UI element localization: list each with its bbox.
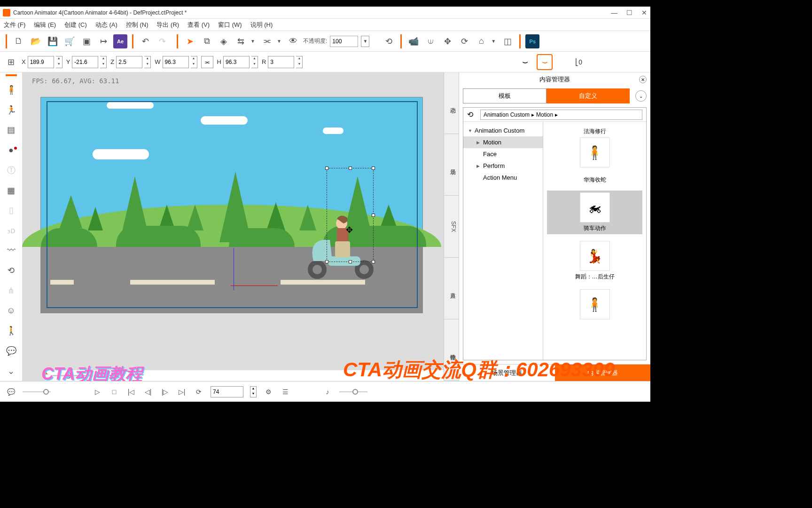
menu-file[interactable]: 文件 (F) (4, 21, 25, 29)
paint-icon[interactable]: ◈ (217, 34, 231, 48)
x-spinner[interactable]: ▲▼ (56, 56, 62, 68)
menu-view[interactable]: 查看 (V) (187, 21, 210, 29)
thumb-item[interactable]: 🧍 (547, 287, 642, 321)
columns-icon[interactable]: ◫ (500, 34, 515, 48)
talk-tool-icon[interactable]: 💬 (5, 345, 18, 357)
pointer-icon[interactable]: ➤ (183, 34, 197, 48)
h-input[interactable] (223, 56, 250, 68)
volume-slider[interactable] (339, 391, 367, 392)
y-spinner[interactable]: ▲▼ (100, 56, 107, 68)
flip-h-icon[interactable]: ⇆ (234, 34, 248, 48)
stage[interactable]: ✥ (40, 97, 423, 313)
menu-window[interactable]: 窗口 (W) (218, 21, 242, 29)
r-input[interactable] (268, 56, 294, 68)
redo-icon[interactable]: ↷ (155, 34, 169, 48)
camera-tool-icon[interactable]: ▯ (5, 204, 18, 217)
walk-tool-icon[interactable]: 🚶 (5, 325, 18, 337)
y-input[interactable] (72, 56, 98, 68)
flip-tool-icon[interactable]: ⟲ (5, 264, 18, 277)
character-tool-icon[interactable]: 🧍 (5, 84, 18, 96)
copy-icon[interactable]: ⧉ (200, 34, 214, 48)
media-tool-icon[interactable]: ▦ (5, 184, 18, 197)
selection-box[interactable]: ✥ (327, 168, 374, 262)
ps-export-button[interactable]: Ps (525, 34, 539, 48)
ae-export-button[interactable]: Ae (113, 34, 127, 48)
move-icon[interactable]: ✥ (440, 34, 454, 48)
breadcrumb-1[interactable]: Animation Custom (484, 111, 530, 118)
minimize-button[interactable]: — (611, 9, 617, 16)
face-mode-2[interactable]: ⌣ (537, 54, 553, 70)
r-spinner[interactable]: ▲▼ (296, 56, 303, 68)
render-icon[interactable]: ▣ (79, 34, 94, 48)
h-spinner[interactable]: ▲▼ (251, 56, 258, 68)
anchor-icon[interactable]: ⟒ (423, 34, 437, 48)
frame-input[interactable] (211, 386, 243, 397)
breadcrumb-2[interactable]: Motion (536, 111, 553, 118)
frame-spinner[interactable]: ▲▼ (250, 386, 257, 397)
new-file-icon[interactable]: 🗋 (12, 34, 26, 48)
settings-icon[interactable]: ⚙ (263, 387, 273, 397)
tree-root[interactable]: ▼Animation Custom (463, 125, 543, 136)
close-panel-icon[interactable]: ✕ (639, 76, 647, 83)
bone-tool-icon[interactable]: ⋔ (5, 285, 18, 297)
head-tool-icon[interactable]: ☺ (5, 304, 18, 317)
dropdown-icon[interactable]: ▼ (491, 39, 498, 44)
layers-tool-icon[interactable]: ▤ (5, 124, 18, 136)
tree-perform[interactable]: ▶Perform (463, 160, 543, 172)
pose-tool-icon[interactable]: 🏃 (5, 103, 18, 116)
back-icon[interactable]: ⟲ (467, 110, 476, 119)
rotate-tool-icon[interactable]: ⟳ (457, 34, 471, 48)
3d-tool-icon[interactable]: ₃ᴅ (5, 224, 18, 237)
step-back-icon[interactable]: ◁| (143, 387, 153, 397)
breadcrumb[interactable]: Animation Custom ▸ Motion ▸ (480, 110, 642, 120)
cart-icon[interactable]: 🛒 (62, 34, 77, 48)
menu-create[interactable]: 创建 (C) (64, 21, 87, 29)
tab-template[interactable]: 模板 (463, 88, 547, 103)
tree-motion[interactable]: ▶Motion (463, 136, 543, 148)
list-icon[interactable]: ☰ (280, 387, 290, 397)
dropdown-icon[interactable]: ▼ (250, 39, 257, 44)
z-input[interactable] (116, 56, 142, 68)
audio-slider[interactable] (23, 391, 51, 392)
grid-icon[interactable]: ⊞ (4, 55, 18, 69)
volume-icon[interactable]: ♪ (322, 387, 333, 397)
vtab-dynamic[interactable]: 动态 (444, 72, 459, 134)
thumb-item[interactable]: 华海收蛇 (547, 174, 642, 186)
menu-help[interactable]: 说明 (H) (250, 21, 273, 29)
w-spinner[interactable]: ▲▼ (191, 56, 197, 68)
tab-custom[interactable]: 自定义 (547, 88, 630, 103)
text-tool-icon[interactable]: Ⓣ (5, 164, 18, 177)
face-mode-1[interactable]: ⌣ (517, 54, 533, 70)
vtab-sfx[interactable]: SFX (444, 196, 459, 257)
export-video-icon[interactable]: ↦ (96, 34, 110, 48)
tree-face[interactable]: Face (463, 148, 543, 160)
home-icon[interactable]: ⌂ (474, 34, 488, 48)
vtab-props[interactable]: 道具 (444, 258, 459, 319)
link-icon[interactable]: ⫘ (260, 34, 274, 48)
motion-tool-icon[interactable]: 〰 (5, 244, 18, 257)
menu-control[interactable]: 控制 (N) (126, 21, 148, 29)
link-wh-button[interactable]: ⫘ (201, 56, 213, 68)
rotate-icon[interactable]: ⟲ (382, 34, 396, 48)
step-fwd-icon[interactable]: |▷ (160, 387, 170, 397)
dropdown-icon[interactable]: ▼ (361, 36, 369, 47)
camera-icon[interactable]: 📹 (406, 34, 421, 48)
chat-icon[interactable]: 💬 (6, 387, 16, 397)
loop-icon[interactable]: ⟳ (194, 387, 204, 397)
expand-tools-icon[interactable]: ⌄ (5, 365, 18, 377)
prev-frame-icon[interactable]: |◁ (126, 387, 136, 397)
canvas-viewport[interactable]: FPS: 66.67, AVG: 63.11 (23, 72, 444, 381)
undo-icon[interactable]: ↶ (138, 34, 152, 48)
menu-animate[interactable]: 动态 (A) (95, 21, 117, 29)
x-input[interactable] (28, 56, 54, 68)
vtab-scene[interactable]: 场景 (444, 134, 459, 196)
record-tool-icon[interactable]: ● (5, 144, 18, 157)
next-frame-icon[interactable]: ▷| (177, 387, 187, 397)
z-spinner[interactable]: ▲▼ (144, 56, 151, 68)
w-input[interactable] (163, 56, 189, 68)
opacity-input[interactable] (330, 36, 358, 47)
close-button[interactable]: ✕ (641, 9, 648, 16)
eye-icon[interactable]: 👁 (286, 34, 300, 48)
tree-action-menu[interactable]: Action Menu (463, 172, 543, 183)
menu-edit[interactable]: 编辑 (E) (34, 21, 56, 29)
